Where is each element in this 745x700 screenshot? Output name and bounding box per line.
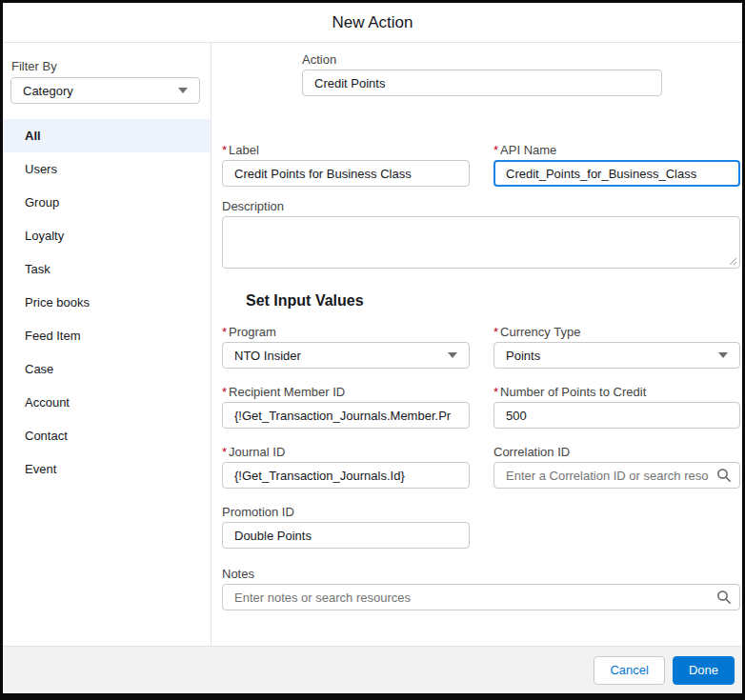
- journal-id-label: *Journal ID: [222, 445, 470, 459]
- correlation-id-input[interactable]: [493, 462, 740, 489]
- sidebar-item-account[interactable]: Account: [3, 386, 211, 419]
- search-icon[interactable]: [716, 590, 732, 605]
- sidebar-item-price-books[interactable]: Price books: [3, 286, 211, 319]
- category-dropdown[interactable]: Category: [10, 77, 200, 104]
- required-asterisk: *: [222, 143, 227, 157]
- sidebar-item-feed-item[interactable]: Feed Item: [3, 319, 211, 352]
- number-of-points-label: *Number of Points to Credit: [493, 385, 740, 399]
- promotion-id-label: Promotion ID: [222, 505, 470, 519]
- label-field-group: *Label: [222, 143, 470, 187]
- recipient-member-id-input[interactable]: [222, 402, 470, 429]
- number-of-points-field-group: *Number of Points to Credit: [493, 385, 740, 429]
- label-input[interactable]: [222, 160, 470, 187]
- notes-field-group: Notes: [222, 567, 740, 610]
- description-textarea[interactable]: [222, 216, 740, 269]
- category-list: All Users Group Loyalty Task Price books…: [3, 119, 211, 486]
- required-asterisk: *: [222, 385, 227, 399]
- chevron-down-icon: [178, 88, 188, 93]
- category-dropdown-value: Category: [23, 84, 73, 98]
- dialog-body: Filter By Category All Users Group Loyal…: [3, 43, 742, 646]
- journal-id-input[interactable]: [222, 462, 470, 489]
- description-field-group: Description: [222, 199, 740, 272]
- cancel-button[interactable]: Cancel: [594, 656, 664, 685]
- sidebar-item-users[interactable]: Users: [3, 152, 211, 186]
- recipient-member-id-field-group: *Recipient Member ID: [222, 385, 470, 429]
- program-dropdown-value: NTO Insider: [234, 349, 301, 363]
- set-input-values-heading: Set Input Values: [246, 291, 740, 310]
- sidebar-item-loyalty[interactable]: Loyalty: [3, 219, 211, 252]
- category-sidebar: Filter By Category All Users Group Loyal…: [3, 43, 211, 646]
- dialog-header: New Action: [3, 3, 742, 43]
- sidebar-item-group[interactable]: Group: [3, 186, 211, 219]
- done-button[interactable]: Done: [673, 656, 735, 685]
- currency-type-field-group: *Currency Type Points: [493, 325, 740, 369]
- program-dropdown[interactable]: NTO Insider: [222, 342, 470, 369]
- currency-type-dropdown-value: Points: [506, 349, 540, 363]
- dialog-footer: Cancel Done: [3, 646, 742, 693]
- required-asterisk: *: [493, 325, 498, 339]
- chevron-down-icon: [448, 352, 457, 358]
- sidebar-item-case[interactable]: Case: [3, 352, 211, 386]
- currency-type-label: *Currency Type: [493, 325, 740, 339]
- chevron-down-icon: [718, 352, 728, 358]
- action-label: Action: [302, 52, 662, 67]
- action-input[interactable]: [302, 70, 662, 96]
- notes-input[interactable]: [222, 584, 740, 610]
- label-field-label: *Label: [222, 143, 470, 157]
- correlation-id-label: Correlation ID: [493, 445, 740, 459]
- sidebar-item-contact[interactable]: Contact: [3, 419, 211, 452]
- new-action-dialog: New Action Filter By Category All Users …: [0, 0, 745, 700]
- description-label: Description: [222, 199, 740, 213]
- required-asterisk: *: [493, 385, 498, 399]
- resize-handle-icon[interactable]: [728, 256, 737, 266]
- number-of-points-input[interactable]: [493, 402, 740, 429]
- program-label: *Program: [222, 325, 470, 339]
- sidebar-item-all[interactable]: All: [3, 119, 211, 152]
- api-name-field-group: *API Name: [493, 143, 740, 187]
- required-asterisk: *: [222, 445, 227, 459]
- filter-by-label: Filter By: [11, 59, 203, 73]
- recipient-member-id-label: *Recipient Member ID: [222, 385, 470, 399]
- api-name-label: *API Name: [493, 143, 740, 157]
- api-name-input[interactable]: [493, 160, 740, 187]
- action-field-group: Action: [302, 52, 662, 96]
- promotion-id-input[interactable]: [222, 522, 470, 549]
- required-asterisk: *: [222, 325, 227, 339]
- sidebar-item-task[interactable]: Task: [3, 252, 211, 286]
- action-form: Action *Label *API Name Description: [211, 43, 742, 646]
- dialog-title: New Action: [332, 13, 413, 32]
- journal-id-field-group: *Journal ID: [222, 445, 470, 489]
- program-field-group: *Program NTO Insider: [222, 325, 470, 369]
- required-asterisk: *: [493, 143, 498, 157]
- correlation-id-field-group: Correlation ID: [493, 445, 740, 489]
- notes-label: Notes: [222, 567, 740, 581]
- currency-type-dropdown[interactable]: Points: [493, 342, 740, 369]
- promotion-id-field-group: Promotion ID: [222, 505, 470, 549]
- search-icon[interactable]: [716, 468, 732, 483]
- sidebar-item-event[interactable]: Event: [3, 452, 211, 486]
